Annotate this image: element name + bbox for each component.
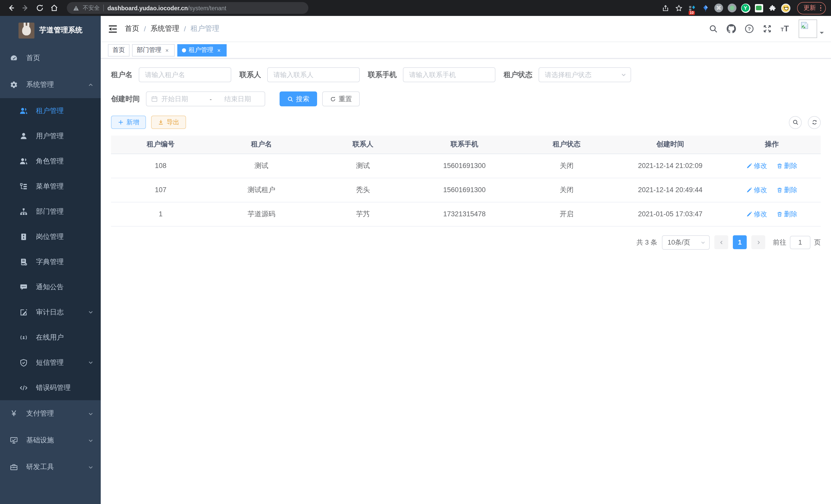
next-page-button[interactable] [751,235,765,249]
sidebar-item-dict[interactable]: 字典管理 [0,249,101,274]
extensions-menu-button[interactable] [767,3,777,13]
total-count: 共 3 条 [636,238,657,247]
date-range-picker[interactable]: 开始日期 - 结束日期 [146,91,265,106]
tenant-name-input[interactable] [139,67,231,82]
extension-recorder[interactable] [727,3,737,13]
edit-link[interactable]: 修改 [746,161,767,170]
kite-icon [702,4,709,11]
status-select[interactable]: 请选择租户状态 [539,67,631,82]
browser-forward-button[interactable] [20,2,31,13]
sidebar-item-error-code[interactable]: 错误码管理 [0,375,101,400]
delete-link[interactable]: 删除 [776,185,797,195]
browser-update-button[interactable]: 更新 [797,2,826,14]
cell-contact: 测试 [312,154,413,178]
sidebar-item-notice[interactable]: 通知公告 [0,274,101,299]
filter-tenant-name: 租户名 [111,67,231,82]
browser-back-button[interactable] [5,2,17,13]
sidebar-item-system[interactable]: 系统管理 [0,71,101,98]
search-button[interactable]: 搜索 [280,91,317,106]
page-size-value: 10条/页 [667,238,690,247]
chevron-down-icon [88,438,93,443]
extension-tampermonkey[interactable]: 10 [687,3,697,13]
url-host: dashboard.yudao.iocoder.cn [107,5,188,11]
header-search-icon[interactable] [709,24,718,33]
cell-mobile: 17321315478 [413,202,516,226]
sidebar-item-label: 基础设施 [26,436,54,445]
toggle-search-button[interactable] [789,116,802,129]
share-button[interactable] [660,3,670,13]
sidebar-item-user[interactable]: 用户管理 [0,123,101,148]
sidebar-item-menu[interactable]: 菜单管理 [0,174,101,199]
edit-link[interactable]: 修改 [746,185,767,195]
sidebar-item-label: 错误码管理 [36,383,71,392]
sidebar-item-pay[interactable]: ¥ 支付管理 [0,400,101,427]
cell-status: 关闭 [515,154,618,178]
page-url[interactable]: dashboard.yudao.iocoder.cn/system/tenant [107,5,226,11]
mobile-label: 联系手机 [368,70,397,79]
filter-create-time: 创建时间 开始日期 - 结束日期 [111,91,265,106]
app-logo-row[interactable]: 芋道管理系统 [0,16,101,45]
breadcrumb-system[interactable]: 系统管理 [150,24,179,33]
app-title: 芋道管理系统 [39,26,83,35]
sidebar-item-label: 在线用户 [36,333,64,342]
browser-profile-avatar[interactable] [780,3,791,13]
sidebar-item-role[interactable]: 角色管理 [0,148,101,174]
sidebar-item-audit-log[interactable]: 审计日志 [0,299,101,325]
add-button[interactable]: 新增 [111,116,146,129]
chevron-down-icon [621,72,627,78]
extension-yuque[interactable]: Y [740,3,751,13]
close-icon[interactable]: × [216,47,222,53]
prev-page-button[interactable] [714,235,728,249]
tab-home[interactable]: 首页 [108,44,130,56]
breadcrumb-home[interactable]: 首页 [125,24,139,33]
close-icon[interactable]: × [164,47,170,53]
github-icon[interactable] [727,24,736,33]
sidebar-fold-toggle-icon[interactable] [108,24,118,34]
export-button[interactable]: 导出 [151,116,186,129]
extension-translate[interactable] [754,3,764,13]
sidebar-item-home[interactable]: 首页 [0,45,101,71]
sidebar-item-post[interactable]: 岗位管理 [0,224,101,249]
page-number-button[interactable]: 1 [733,235,747,249]
browser-menu-icon[interactable] [820,5,821,11]
user-avatar-menu[interactable] [799,20,824,38]
filter-mobile: 联系手机 [368,67,495,82]
tab-tenant[interactable]: 租户管理 × [177,44,227,56]
contact-input[interactable] [267,67,360,82]
delete-link[interactable]: 删除 [776,209,797,218]
bookmark-button[interactable] [674,3,684,13]
edit-link[interactable]: 修改 [746,209,767,218]
extension-command[interactable]: ⌘ [714,3,724,13]
address-bar[interactable]: 不安全 dashboard.yudao.iocoder.cn/system/te… [67,2,308,14]
main-area: 首页 / 系统管理 / 租户管理 ? TT [101,16,831,504]
refresh-table-button[interactable] [808,116,821,129]
share-icon [662,4,669,11]
code-icon [20,384,28,392]
extension-kite[interactable] [700,3,711,13]
browser-home-button[interactable] [48,2,60,13]
security-label[interactable]: 不安全 [83,4,100,12]
help-icon[interactable]: ? [745,24,754,33]
tab-dept[interactable]: 部门管理 × [132,44,175,56]
table-toolbar: 新增 导出 [111,116,821,129]
mobile-input[interactable] [403,67,495,82]
sidebar-item-sms[interactable]: 短信管理 [0,350,101,375]
calendar-icon [151,95,158,102]
cell-actions: 修改 删除 [723,202,821,226]
sidebar-item-online-user[interactable]: 在线用户 [0,325,101,350]
tenant-name-label: 租户名 [111,70,133,79]
reset-button[interactable]: 重置 [322,91,360,106]
browser-reload-button[interactable] [34,2,45,13]
col-actions: 操作 [723,136,821,154]
goto-page-input[interactable] [790,236,810,249]
sidebar-item-dept[interactable]: 部门管理 [0,199,101,224]
sidebar-item-tenant[interactable]: 租户管理 [0,98,101,123]
sidebar-item-dev-tools[interactable]: 研发工具 [0,454,101,480]
sidebar-item-infra[interactable]: 基础设施 [0,427,101,454]
fullscreen-icon[interactable] [763,24,772,33]
delete-link[interactable]: 删除 [776,161,797,170]
page-size-select[interactable]: 10条/页 [662,235,710,249]
font-size-icon[interactable]: TT [781,24,789,33]
reload-icon [36,4,44,12]
trash-icon [776,211,782,217]
